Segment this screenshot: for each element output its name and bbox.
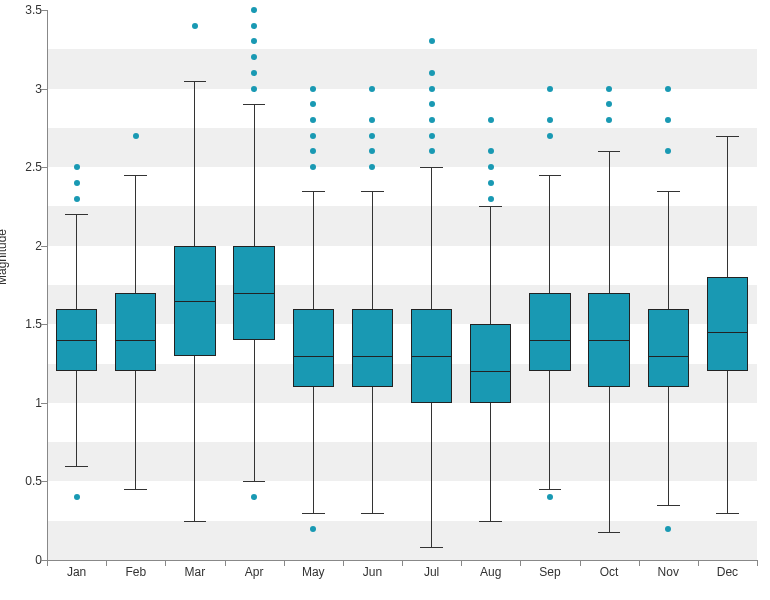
x-tick-mark [639, 560, 640, 566]
x-tick-label: Oct [600, 565, 619, 579]
box [707, 277, 748, 371]
outlier-point [369, 117, 375, 123]
whisker-cap-top [420, 167, 443, 168]
y-tick-mark [41, 481, 47, 482]
outlier-point [310, 148, 316, 154]
y-axis-title: Magnitude [0, 229, 9, 285]
outlier-point [251, 7, 257, 13]
outlier-point [251, 86, 257, 92]
x-tick-label: Jul [424, 565, 439, 579]
whisker-cap-bottom [716, 513, 739, 514]
outlier-point [429, 148, 435, 154]
outlier-point [369, 148, 375, 154]
outlier-point [369, 86, 375, 92]
outlier-point [369, 164, 375, 170]
y-axis-line [47, 10, 48, 560]
outlier-point [488, 196, 494, 202]
median-line [115, 340, 156, 341]
median-line [56, 340, 97, 341]
x-tick-label: Dec [717, 565, 738, 579]
outlier-point [547, 133, 553, 139]
outlier-point [251, 23, 257, 29]
box [115, 293, 156, 372]
outlier-point [310, 133, 316, 139]
y-tick-mark [41, 246, 47, 247]
x-tick-label: Feb [125, 565, 146, 579]
outlier-point [488, 164, 494, 170]
y-tick-mark [41, 167, 47, 168]
x-tick-label: Sep [539, 565, 560, 579]
y-tick-mark [41, 89, 47, 90]
whisker-cap-bottom [420, 547, 443, 548]
outlier-point [310, 86, 316, 92]
outlier-point [310, 101, 316, 107]
whisker-cap-bottom [598, 532, 621, 533]
outlier-point [429, 133, 435, 139]
plot-area [47, 10, 757, 560]
y-tick-mark [41, 403, 47, 404]
median-line [352, 356, 393, 357]
x-tick-mark [757, 560, 758, 566]
outlier-point [488, 148, 494, 154]
median-line [529, 340, 570, 341]
y-tick-label: 2.5 [2, 160, 42, 174]
x-tick-label: May [302, 565, 325, 579]
outlier-point [251, 54, 257, 60]
whisker-cap-top [184, 81, 207, 82]
box [352, 309, 393, 388]
whisker-cap-bottom [243, 481, 266, 482]
x-tick-mark [284, 560, 285, 566]
outlier-point [547, 117, 553, 123]
x-tick-label: Jan [67, 565, 86, 579]
whisker-cap-top [598, 151, 621, 152]
outlier-point [74, 196, 80, 202]
median-line [707, 332, 748, 333]
whisker-cap-bottom [124, 489, 147, 490]
y-tick-label: 2 [2, 239, 42, 253]
box [293, 309, 334, 388]
x-tick-label: Jun [363, 565, 382, 579]
grid-band [47, 128, 757, 167]
outlier-point [429, 117, 435, 123]
outlier-point [429, 86, 435, 92]
outlier-point [429, 38, 435, 44]
whisker-cap-top [657, 191, 680, 192]
x-tick-mark [165, 560, 166, 566]
whisker-cap-top [479, 206, 502, 207]
y-tick-label: 0.5 [2, 474, 42, 488]
median-line [293, 356, 334, 357]
whisker-cap-top [716, 136, 739, 137]
outlier-point [665, 526, 671, 532]
outlier-point [192, 23, 198, 29]
whisker-cap-top [65, 214, 88, 215]
whisker-cap-top [539, 175, 562, 176]
whisker-cap-bottom [479, 521, 502, 522]
outlier-point [429, 101, 435, 107]
outlier-point [251, 38, 257, 44]
outlier-point [133, 133, 139, 139]
box [470, 324, 511, 403]
y-tick-mark [41, 10, 47, 11]
outlier-point [606, 86, 612, 92]
y-tick-label: 0 [2, 553, 42, 567]
box-plot-chart: Magnitude 00.511.522.533.5JanFebMarAprMa… [0, 0, 770, 600]
outlier-point [606, 117, 612, 123]
grid-band [47, 442, 757, 481]
whisker-cap-bottom [65, 466, 88, 467]
outlier-point [310, 164, 316, 170]
median-line [411, 356, 452, 357]
box [529, 293, 570, 372]
whisker-cap-bottom [539, 489, 562, 490]
outlier-point [251, 494, 257, 500]
x-tick-mark [580, 560, 581, 566]
x-tick-mark [520, 560, 521, 566]
outlier-point [74, 494, 80, 500]
median-line [648, 356, 689, 357]
outlier-point [665, 86, 671, 92]
x-tick-mark [106, 560, 107, 566]
x-tick-mark [402, 560, 403, 566]
outlier-point [310, 526, 316, 532]
whisker-cap-bottom [184, 521, 207, 522]
outlier-point [606, 101, 612, 107]
grid-band [47, 49, 757, 88]
